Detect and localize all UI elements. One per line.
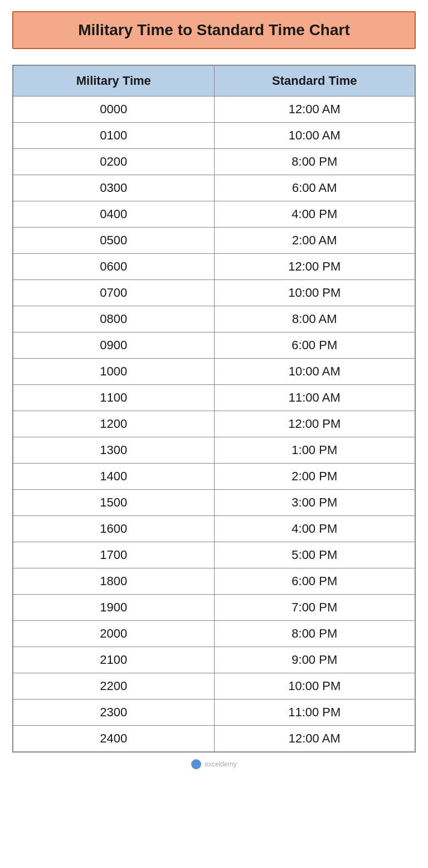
cell-standard-time: 11:00 AM [214, 385, 415, 411]
cell-standard-time: 7:00 PM [214, 595, 415, 621]
cell-military-time: 0000 [13, 97, 214, 123]
cell-standard-time: 12:00 PM [214, 411, 415, 437]
table-row: 02008:00 PM [13, 149, 415, 175]
table-row: 15003:00 PM [13, 490, 415, 516]
cell-standard-time: 4:00 PM [214, 516, 415, 542]
cell-standard-time: 10:00 AM [214, 123, 415, 149]
col-standard-time: Standard Time [214, 65, 415, 97]
cell-military-time: 1000 [13, 359, 214, 385]
cell-standard-time: 8:00 PM [214, 621, 415, 647]
cell-standard-time: 12:00 AM [214, 726, 415, 753]
cell-military-time: 2200 [13, 673, 214, 700]
cell-standard-time: 2:00 PM [214, 464, 415, 490]
cell-standard-time: 1:00 PM [214, 437, 415, 464]
table-row: 010010:00 AM [13, 123, 415, 149]
table-row: 060012:00 PM [13, 254, 415, 280]
cell-military-time: 1300 [13, 437, 214, 464]
watermark: exceldemy [12, 759, 416, 769]
table-row: 000012:00 AM [13, 97, 415, 123]
table-row: 18006:00 PM [13, 568, 415, 595]
table-row: 16004:00 PM [13, 516, 415, 542]
time-table: Military Time Standard Time 000012:00 AM… [12, 65, 416, 753]
table-row: 100010:00 AM [13, 359, 415, 385]
table-row: 14002:00 PM [13, 464, 415, 490]
cell-military-time: 0400 [13, 201, 214, 228]
cell-standard-time: 11:00 PM [214, 700, 415, 726]
table-row: 05002:00 AM [13, 228, 415, 254]
cell-military-time: 2300 [13, 700, 214, 726]
cell-military-time: 0200 [13, 149, 214, 175]
table-row: 03006:00 AM [13, 175, 415, 201]
table-row: 21009:00 PM [13, 647, 415, 673]
cell-military-time: 0500 [13, 228, 214, 254]
page-wrapper: Military Time to Standard Time Chart Mil… [0, 0, 428, 780]
cell-standard-time: 8:00 PM [214, 149, 415, 175]
cell-military-time: 2000 [13, 621, 214, 647]
watermark-icon [191, 759, 201, 769]
cell-standard-time: 6:00 PM [214, 568, 415, 595]
table-row: 20008:00 PM [13, 621, 415, 647]
cell-standard-time: 6:00 PM [214, 332, 415, 359]
table-row: 13001:00 PM [13, 437, 415, 464]
chart-title: Military Time to Standard Time Chart [12, 11, 416, 49]
cell-standard-time: 10:00 PM [214, 280, 415, 306]
watermark-text: exceldemy [205, 760, 236, 768]
table-row: 04004:00 PM [13, 201, 415, 228]
cell-military-time: 1100 [13, 385, 214, 411]
cell-standard-time: 8:00 AM [214, 306, 415, 332]
cell-military-time: 1900 [13, 595, 214, 621]
table-row: 230011:00 PM [13, 700, 415, 726]
cell-military-time: 1400 [13, 464, 214, 490]
cell-military-time: 0600 [13, 254, 214, 280]
table-row: 070010:00 PM [13, 280, 415, 306]
table-row: 08008:00 AM [13, 306, 415, 332]
cell-standard-time: 2:00 AM [214, 228, 415, 254]
cell-standard-time: 5:00 PM [214, 542, 415, 568]
cell-standard-time: 10:00 PM [214, 673, 415, 700]
table-header-row: Military Time Standard Time [13, 65, 415, 97]
col-military-time: Military Time [13, 65, 214, 97]
cell-standard-time: 10:00 AM [214, 359, 415, 385]
cell-standard-time: 4:00 PM [214, 201, 415, 228]
cell-military-time: 1200 [13, 411, 214, 437]
cell-military-time: 2100 [13, 647, 214, 673]
cell-standard-time: 3:00 PM [214, 490, 415, 516]
cell-military-time: 2400 [13, 726, 214, 753]
cell-military-time: 1600 [13, 516, 214, 542]
cell-military-time: 1500 [13, 490, 214, 516]
cell-military-time: 0900 [13, 332, 214, 359]
cell-standard-time: 12:00 AM [214, 97, 415, 123]
cell-military-time: 0700 [13, 280, 214, 306]
cell-military-time: 1800 [13, 568, 214, 595]
table-row: 220010:00 PM [13, 673, 415, 700]
cell-military-time: 0300 [13, 175, 214, 201]
cell-military-time: 0100 [13, 123, 214, 149]
table-row: 17005:00 PM [13, 542, 415, 568]
cell-military-time: 1700 [13, 542, 214, 568]
table-row: 240012:00 AM [13, 726, 415, 753]
cell-standard-time: 6:00 AM [214, 175, 415, 201]
cell-standard-time: 12:00 PM [214, 254, 415, 280]
table-row: 110011:00 AM [13, 385, 415, 411]
cell-military-time: 0800 [13, 306, 214, 332]
table-row: 19007:00 PM [13, 595, 415, 621]
table-row: 09006:00 PM [13, 332, 415, 359]
table-row: 120012:00 PM [13, 411, 415, 437]
cell-standard-time: 9:00 PM [214, 647, 415, 673]
